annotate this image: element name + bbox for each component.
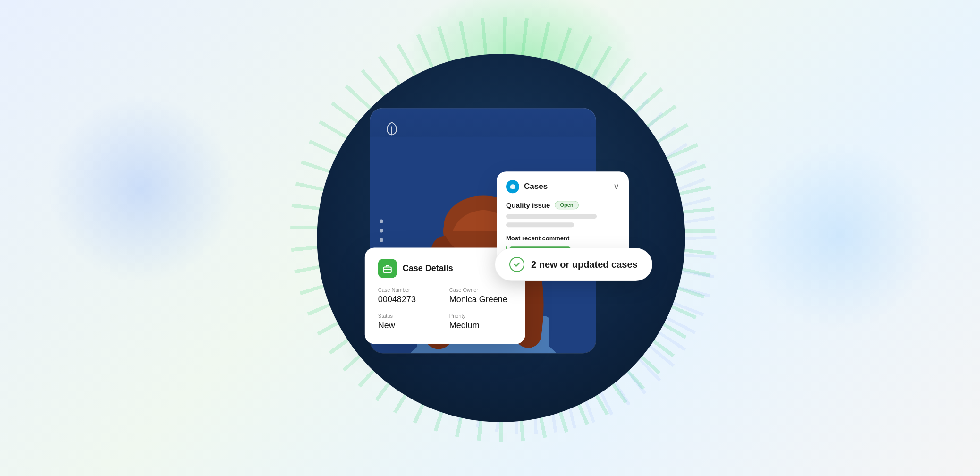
cases-panel-header: Cases ∨: [506, 180, 619, 193]
priority-label: Priority: [449, 313, 512, 319]
notification-text: 2 new or updated cases: [531, 259, 638, 270]
status-field: Status New: [378, 313, 441, 331]
card-header-left: Case Details: [378, 259, 453, 278]
card-title: Case Details: [403, 264, 453, 273]
notification-badge: 2 new or updated cases: [495, 248, 652, 281]
glow-blue-right: [744, 142, 933, 331]
status-label: Status: [378, 313, 441, 319]
case-owner-field: Case Owner Monica Greene: [449, 287, 512, 305]
nav-dot-3[interactable]: [380, 238, 383, 242]
quality-issue-row: Quality issue Open: [506, 201, 619, 209]
status-value: New: [378, 321, 441, 331]
quality-issue-label: Quality issue: [506, 201, 550, 209]
svg-rect-17: [384, 267, 391, 272]
nav-dot-2[interactable]: [380, 229, 383, 232]
briefcase-icon: [378, 259, 397, 278]
glow-blue-left: [47, 94, 236, 283]
priority-value: Medium: [449, 321, 512, 331]
background: Case Details ∨ Case Number 00048273 Case…: [0, 0, 980, 476]
priority-field: Priority Medium: [449, 313, 512, 331]
nav-dot-1[interactable]: [380, 219, 383, 223]
card-header: Case Details ∨: [378, 259, 512, 278]
placeholder-bar-1: [506, 214, 597, 219]
cases-chevron-icon: ∨: [613, 181, 619, 192]
cases-header-left: Cases: [506, 180, 548, 193]
leaf-icon: [383, 119, 400, 136]
salesforce-logo: [506, 180, 519, 193]
check-circle-icon: [509, 257, 524, 272]
nav-dots: [380, 219, 383, 242]
case-number-value: 00048273: [378, 295, 441, 305]
case-owner-value: Monica Greene: [449, 295, 512, 305]
placeholder-bar-2: [506, 222, 574, 227]
open-status-badge: Open: [555, 201, 578, 209]
cases-title: Cases: [524, 182, 548, 191]
case-number-label: Case Number: [378, 287, 441, 293]
most-recent-label: Most recent comment: [506, 235, 619, 242]
case-fields: Case Number 00048273 Case Owner Monica G…: [378, 287, 512, 331]
case-number-field: Case Number 00048273: [378, 287, 441, 305]
case-owner-label: Case Owner: [449, 287, 512, 293]
